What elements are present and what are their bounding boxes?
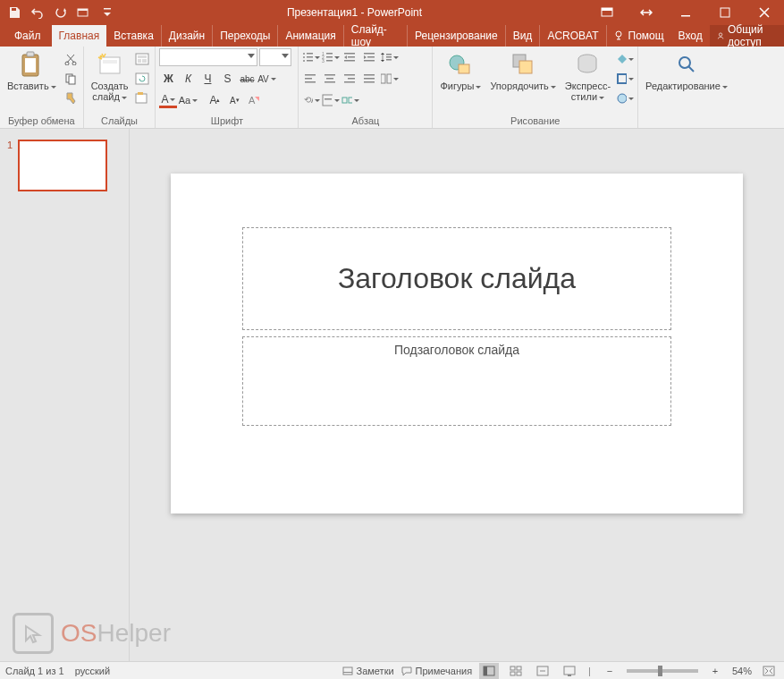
undo-button[interactable] <box>27 2 48 23</box>
align-right-button[interactable] <box>341 70 359 88</box>
change-case-button[interactable]: Aa <box>179 91 197 109</box>
maximize-button[interactable] <box>705 0 745 25</box>
cut-button[interactable] <box>62 50 80 68</box>
clear-formatting-button[interactable]: A <box>245 91 263 109</box>
new-slide-button[interactable]: Создать слайд <box>88 48 132 107</box>
slide-indicator[interactable]: Слайд 1 из 1 <box>5 666 64 676</box>
fit-to-window-button[interactable] <box>759 663 779 679</box>
svg-rect-43 <box>364 53 375 55</box>
tab-transitions[interactable]: Переходы <box>213 25 278 47</box>
minimize-button[interactable] <box>666 0 705 25</box>
tab-home[interactable]: Главная <box>52 25 107 47</box>
slide[interactable]: Заголовок слайда Подзаголовок слайда <box>171 174 743 513</box>
qat-customize-button[interactable] <box>97 2 118 23</box>
grow-font-button[interactable]: A▴ <box>206 91 223 109</box>
comments-button[interactable]: Примечания <box>401 666 473 676</box>
tab-insert[interactable]: Вставка <box>106 25 162 47</box>
slide-layout-button[interactable] <box>133 50 151 68</box>
shape-fill-button[interactable] <box>616 50 634 68</box>
shape-outline-button[interactable] <box>616 70 634 88</box>
bullets-button[interactable] <box>302 48 320 66</box>
notes-button[interactable]: Заметки <box>342 666 394 676</box>
bold-button[interactable]: Ж <box>159 70 177 88</box>
shape-effects-button[interactable] <box>616 89 634 107</box>
start-from-beginning-button[interactable] <box>73 2 95 23</box>
svg-rect-45 <box>364 60 375 62</box>
new-slide-icon <box>96 50 124 79</box>
clipboard-icon <box>17 50 46 79</box>
arrange-button[interactable]: Упорядочить <box>486 48 559 107</box>
title-placeholder[interactable]: Заголовок слайда <box>242 227 671 330</box>
editing-label: Редактирование <box>645 81 728 91</box>
svg-point-28 <box>303 53 305 55</box>
ribbon-display-options-button[interactable] <box>587 0 627 25</box>
language-indicator[interactable]: русский <box>75 666 110 676</box>
sorter-view-button[interactable] <box>506 663 526 679</box>
normal-view-button[interactable] <box>479 663 499 679</box>
subtitle-placeholder[interactable]: Подзаголовок слайда <box>242 336 671 426</box>
save-button[interactable] <box>4 2 25 23</box>
slideshow-view-button[interactable] <box>560 663 579 679</box>
columns-button[interactable] <box>381 70 399 88</box>
svg-rect-64 <box>323 95 333 106</box>
format-painter-button[interactable] <box>62 89 80 107</box>
sign-in-button[interactable]: Вход <box>671 25 710 47</box>
font-size-combo[interactable] <box>259 48 291 66</box>
font-color-button[interactable]: A <box>159 92 177 108</box>
shapes-icon <box>446 50 475 79</box>
numbering-button[interactable]: 123 <box>322 48 340 66</box>
svg-rect-23 <box>142 59 147 63</box>
zoom-slider[interactable] <box>627 669 698 673</box>
zoom-level[interactable]: 54% <box>732 666 752 676</box>
share-button[interactable]: Общий доступ <box>710 25 784 47</box>
svg-point-30 <box>303 56 305 58</box>
comments-icon <box>401 666 412 676</box>
tab-file[interactable]: Файл <box>4 25 52 47</box>
italic-button[interactable]: К <box>179 70 197 88</box>
align-center-button[interactable] <box>322 70 340 88</box>
quick-styles-button[interactable]: Экспресс- стили <box>561 48 614 107</box>
shapes-button[interactable]: Фигуры <box>436 48 485 107</box>
shadow-button[interactable]: S <box>218 70 236 88</box>
help-button[interactable] <box>627 0 666 25</box>
text-direction-button[interactable]: ⟲A <box>302 91 320 109</box>
decrease-indent-button[interactable] <box>341 48 359 66</box>
arrange-label: Упорядочить <box>490 81 555 91</box>
reading-view-button[interactable] <box>533 663 552 679</box>
tab-animation[interactable]: Анимация <box>278 25 343 47</box>
svg-rect-54 <box>325 81 335 83</box>
svg-rect-47 <box>386 56 392 58</box>
tab-design[interactable]: Дизайн <box>162 25 213 47</box>
editing-button[interactable]: Редактирование <box>642 48 731 107</box>
redo-button[interactable] <box>50 2 72 23</box>
shrink-font-button[interactable]: A▾ <box>225 91 243 109</box>
tell-me-button[interactable]: Помощ <box>607 25 671 47</box>
svg-rect-21 <box>138 55 147 58</box>
close-button[interactable] <box>745 0 784 25</box>
tab-acrobat[interactable]: ACROBAT <box>540 25 606 47</box>
increase-indent-button[interactable] <box>361 48 379 66</box>
svg-rect-3 <box>104 8 111 10</box>
ribbon-tabs: Файл Главная Вставка Дизайн Переходы Ани… <box>0 25 784 47</box>
tab-view[interactable]: Вид <box>506 25 541 47</box>
section-button[interactable] <box>133 89 151 107</box>
align-left-button[interactable] <box>302 70 320 88</box>
justify-button[interactable] <box>361 70 379 88</box>
zoom-out-button[interactable]: − <box>600 663 620 679</box>
strikethrough-button[interactable]: abc <box>238 70 256 88</box>
copy-button[interactable] <box>62 70 80 88</box>
smartart-button[interactable] <box>341 91 359 109</box>
tab-review[interactable]: Рецензирование <box>408 25 506 47</box>
reset-slide-button[interactable] <box>133 70 151 88</box>
char-spacing-button[interactable]: AV <box>257 70 275 88</box>
zoom-in-button[interactable]: + <box>705 663 725 679</box>
font-family-combo[interactable] <box>159 48 257 66</box>
line-spacing-button[interactable] <box>381 48 399 66</box>
slide-thumbnail-1[interactable]: 1 <box>7 140 122 191</box>
paste-button[interactable]: Вставить <box>4 48 60 107</box>
underline-button[interactable]: Ч <box>198 70 216 88</box>
slide-canvas-area[interactable]: Заголовок слайда Подзаголовок слайда <box>130 129 784 661</box>
align-text-button[interactable] <box>322 91 340 109</box>
tab-slideshow[interactable]: Слайд-шоу <box>344 25 408 47</box>
svg-text:A: A <box>249 95 256 106</box>
